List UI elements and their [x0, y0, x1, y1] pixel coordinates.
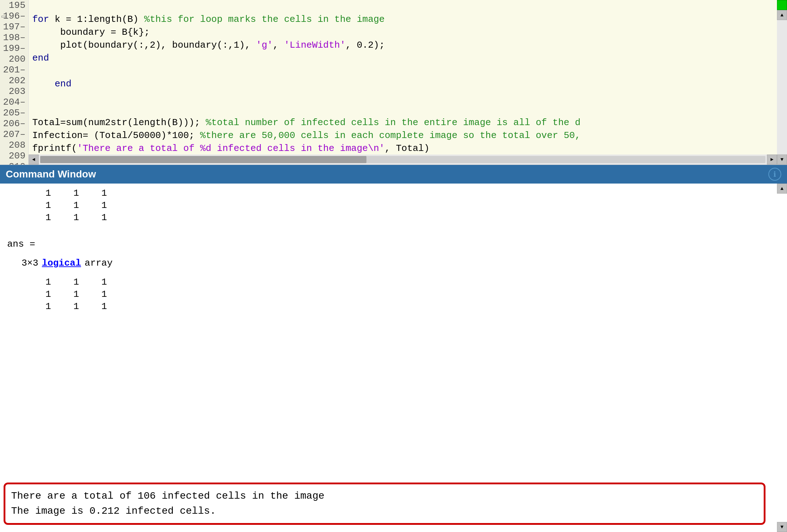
line-numbers: 195 ▭196– 197– 198– 199– 200 201– 202 20… [0, 0, 29, 165]
code-line-203 [32, 103, 783, 116]
line-204: 204– [0, 97, 28, 108]
code-line-201: end [32, 77, 783, 90]
line-197: 197– [0, 22, 28, 32]
code-line-205: Infection= (Total/50000)*100; %there are… [32, 129, 783, 142]
scroll-down-btn[interactable]: ▼ [777, 155, 787, 165]
matrix-row-1-3: 1 1 1 [29, 212, 780, 224]
line-208: 208 [0, 140, 28, 151]
hscroll-thumb [40, 156, 366, 163]
blank-1 [7, 224, 780, 231]
command-body[interactable]: ▲ 1 1 1 1 1 1 1 1 1 ans = 3×3 logical ar… [0, 184, 787, 532]
matrix-row-1-2: 1 1 1 [29, 199, 780, 212]
matrix-block-2: 1 1 1 1 1 1 1 1 1 [7, 276, 780, 313]
logical-link[interactable]: logical [42, 258, 81, 269]
code-line-197: boundary = B{k}; [32, 26, 783, 39]
code-line-195 [32, 0, 783, 13]
line-210: 210 [0, 161, 28, 165]
scroll-up-btn[interactable]: ▲ [777, 10, 787, 20]
output-line-1: There are a total of 106 infected cells … [11, 489, 758, 504]
matrix-row-2-1: 1 1 1 [29, 276, 780, 288]
line-195: 195 [0, 0, 28, 11]
code-vscrollbar[interactable]: ▲ ▼ [777, 0, 787, 165]
code-line-204: Total=sum(num2str(length(B))); %total nu… [32, 116, 783, 129]
code-line-196: for k = 1:length(B) %this for loop marks… [32, 13, 783, 26]
code-line-206: fprintf( 'There are a total of %d infect… [32, 142, 783, 155]
matrix-row-2-3: 1 1 1 [29, 300, 780, 313]
output-line-2: The image is 0.212 infected cells. [11, 504, 758, 519]
fold-icon-196[interactable]: ▭ [1, 12, 5, 20]
output-box: There are a total of 106 infected cells … [4, 483, 765, 525]
scroll-green-indicator [777, 0, 787, 10]
blank-2 [7, 231, 780, 238]
line-196: ▭196– [0, 11, 28, 22]
matrix-row-1-1: 1 1 1 [29, 187, 780, 199]
command-window-icon[interactable]: ℹ [768, 168, 781, 181]
line-205: 205– [0, 108, 28, 118]
line-200: 200 [0, 54, 28, 65]
line-209: 209 [0, 151, 28, 161]
command-window-title: Command Window [6, 168, 96, 180]
line-207: 207– [0, 129, 28, 140]
hscroll-track [40, 156, 765, 163]
line-203: 203 [0, 86, 28, 97]
code-hscrollbar[interactable]: ◄ ► [29, 155, 777, 165]
matrix-row-2-2: 1 1 1 [29, 288, 780, 300]
line-199: 199– [0, 43, 28, 54]
matrix-block-1: 1 1 1 1 1 1 1 1 1 [7, 187, 780, 224]
command-window: Command Window ℹ ▲ 1 1 1 1 1 1 1 1 1 ans… [0, 165, 787, 532]
code-line-202 [32, 90, 783, 103]
line-201: 201– [0, 65, 28, 75]
code-line-198: plot(boundary(:,2), boundary(:,1), 'g' ,… [32, 39, 783, 52]
command-header: Command Window ℹ [0, 165, 787, 184]
code-line-199: end [32, 52, 783, 65]
code-editor: 195 ▭196– 197– 198– 199– 200 201– 202 20… [0, 0, 787, 165]
cmd-scroll-up-btn[interactable]: ▲ [777, 184, 787, 194]
code-content: for k = 1:length(B) %this for loop marks… [29, 0, 787, 165]
blank-4 [7, 270, 780, 276]
array-text: array [85, 258, 113, 269]
logical-array-label: 3×3 logical array [7, 256, 780, 270]
line-206: 206– [0, 118, 28, 129]
blank-3 [7, 250, 780, 256]
scroll-left-btn[interactable]: ◄ [29, 155, 39, 165]
cmd-scroll-down-btn[interactable]: ▼ [777, 522, 787, 532]
line-198: 198– [0, 32, 28, 43]
code-line-200 [32, 65, 783, 77]
scroll-right-btn[interactable]: ► [767, 155, 777, 165]
matrix-size-label: 3×3 [22, 258, 38, 269]
line-202: 202 [0, 75, 28, 86]
ans-label: ans = [7, 238, 780, 250]
